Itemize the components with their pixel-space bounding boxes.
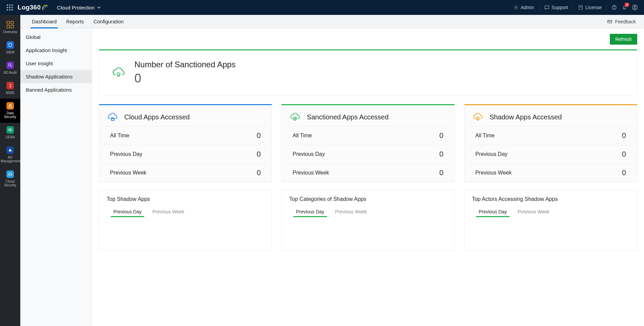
- tab-previous-day[interactable]: Previous Day: [295, 207, 325, 216]
- logo-arc-icon: [41, 4, 49, 11]
- tab-previous-week[interactable]: Previous Week: [152, 207, 185, 216]
- lcard-title: Top Categories of Shadow Apps: [289, 196, 447, 202]
- sidepanel-shadow-applications[interactable]: Shadow Applications: [20, 70, 92, 83]
- admin-label: Admin: [521, 5, 534, 10]
- rail-m365[interactable]: M365: [0, 78, 20, 99]
- tab-previous-week[interactable]: Previous Week: [517, 207, 550, 216]
- cloud-alert-icon: [472, 111, 484, 123]
- metric-label: Previous Week: [110, 170, 146, 176]
- metric-value: 0: [622, 131, 626, 140]
- svg-rect-5: [12, 7, 13, 8]
- license-icon: [578, 5, 583, 10]
- tab-previous-week[interactable]: Previous Week: [335, 207, 368, 216]
- svg-rect-20: [9, 106, 12, 107]
- rail-ueba[interactable]: UEBA: [0, 123, 20, 143]
- rail-cloud-security[interactable]: Cloud Security: [0, 167, 20, 191]
- metric-label: Previous Day: [293, 151, 325, 157]
- svg-point-21: [10, 130, 11, 131]
- hero-value: 0: [134, 71, 236, 86]
- rail-label: UEBA: [1, 135, 20, 139]
- rail-ad-management[interactable]: AD Management: [0, 143, 20, 167]
- svg-rect-1: [9, 4, 10, 6]
- metric-value: 0: [257, 150, 261, 159]
- metric-label: All Time: [293, 133, 312, 139]
- separator: [573, 4, 573, 10]
- apps-grid-icon[interactable]: [7, 4, 13, 10]
- rail-label: Data Security: [1, 111, 20, 119]
- tab-reports[interactable]: Reports: [61, 15, 89, 28]
- card-cloud-apps: Cloud Apps Accessed All Time0 Previous D…: [99, 104, 272, 182]
- refresh-button[interactable]: Refresh: [610, 34, 637, 45]
- separator: [606, 4, 607, 10]
- svg-point-12: [614, 8, 614, 9]
- shield-icon: [6, 41, 14, 49]
- notification-badge: 3: [625, 3, 629, 7]
- support-link[interactable]: Support: [544, 5, 568, 10]
- lcard-title: Top Actors Accessing Shadow Apps: [472, 196, 629, 202]
- metric-value: 0: [439, 168, 443, 177]
- cloud-app-icon: [107, 111, 118, 123]
- metric-value: 0: [622, 150, 626, 159]
- sidepanel-banned-applications[interactable]: Banned Applications: [20, 83, 92, 96]
- svg-rect-3: [7, 7, 8, 8]
- gear-icon: [513, 5, 519, 10]
- notifications-icon[interactable]: 3: [622, 5, 627, 10]
- sidepanel-global[interactable]: Global: [20, 30, 92, 44]
- product-name: Log360: [18, 4, 41, 11]
- mail-icon: [607, 19, 613, 24]
- cloud-shield-icon: [111, 66, 126, 80]
- product-dropdown[interactable]: Cloud Protection: [57, 5, 101, 10]
- metric-value: 0: [439, 150, 443, 159]
- tab-previous-day[interactable]: Previous Day: [113, 207, 142, 216]
- rail-ad-audit[interactable]: AD Audit: [0, 58, 20, 78]
- card-top-shadow-apps: Top Shadow Apps Previous Day Previous We…: [99, 190, 272, 251]
- metric-label: Previous Day: [475, 151, 508, 157]
- metric-value: 0: [439, 131, 443, 140]
- header-right: Admin Support License 3: [513, 4, 638, 10]
- cloud-check-icon: [289, 111, 301, 123]
- admin-link[interactable]: Admin: [513, 5, 534, 10]
- rail-label: M365: [1, 91, 20, 95]
- rail-label: AD Management: [1, 156, 20, 163]
- rail-siem[interactable]: SIEM: [0, 38, 20, 58]
- svg-rect-23: [111, 118, 114, 121]
- product-logo[interactable]: Log360: [18, 4, 49, 11]
- lock-icon: [6, 102, 14, 110]
- chevron-down-icon: [97, 6, 101, 9]
- separator: [539, 4, 539, 10]
- tab-previous-day[interactable]: Previous Day: [478, 207, 508, 216]
- svg-rect-0: [7, 4, 8, 6]
- svg-rect-4: [9, 7, 10, 8]
- svg-point-19: [8, 64, 11, 66]
- help-icon[interactable]: [611, 5, 617, 10]
- tab-label: Configuration: [93, 19, 124, 24]
- sidepanel-user-insight[interactable]: User Insight: [20, 57, 92, 70]
- tab-dashboard[interactable]: Dashboard: [27, 15, 61, 28]
- card-top-categories: Top Categories of Shadow Apps Previous D…: [281, 190, 454, 251]
- metric-value: 0: [257, 168, 261, 177]
- card-title: Cloud Apps Accessed: [124, 113, 190, 121]
- rail-overview[interactable]: Overview: [0, 18, 20, 38]
- sidepanel-application-insight[interactable]: Application Insight: [20, 44, 92, 57]
- feedback-link[interactable]: Feedback: [607, 15, 637, 28]
- card-sanctioned-apps: Sanctioned Apps Accessed All Time0 Previ…: [281, 104, 454, 182]
- dashboard-content: Refresh Number of Sanctioned Apps 0: [92, 28, 644, 326]
- tab-configuration[interactable]: Configuration: [89, 15, 128, 28]
- support-label: Support: [552, 5, 568, 10]
- triangle-icon: [6, 146, 14, 154]
- rail-label: AD Audit: [1, 71, 20, 74]
- metric-label: All Time: [475, 133, 495, 139]
- metric-label: All Time: [110, 133, 129, 139]
- card-top-actors: Top Actors Accessing Shadow Apps Previou…: [464, 190, 637, 251]
- cloud-icon: [6, 170, 14, 178]
- hero-title: Number of Sanctioned Apps: [134, 60, 236, 69]
- license-link[interactable]: License: [578, 5, 602, 10]
- card-title: Shadow Apps Accessed: [490, 113, 562, 121]
- svg-point-14: [634, 6, 636, 8]
- product-dropdown-label: Cloud Protection: [57, 5, 94, 10]
- svg-rect-8: [12, 9, 13, 10]
- svg-rect-17: [7, 25, 9, 28]
- hero-card: Number of Sanctioned Apps 0: [99, 49, 637, 96]
- rail-data-security[interactable]: Data Security: [0, 99, 20, 123]
- user-icon[interactable]: [632, 4, 638, 10]
